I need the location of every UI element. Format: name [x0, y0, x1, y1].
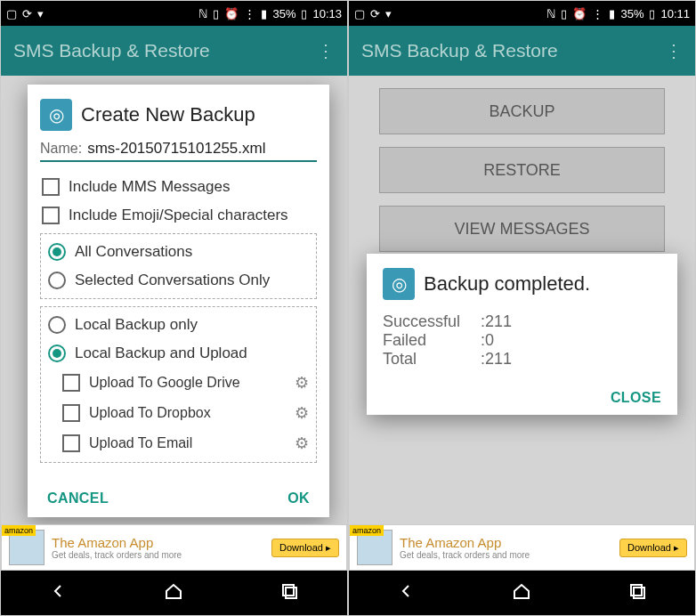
app-title: SMS Backup & Restore	[13, 40, 210, 61]
opt-upload-gdrive[interactable]: Upload To Google Drive⚙	[46, 368, 311, 398]
alarm-icon: ⏰	[572, 7, 587, 20]
ok-button[interactable]: OK	[287, 490, 310, 507]
stat-failed: Failed: 0	[383, 331, 661, 350]
radio-icon	[48, 316, 66, 334]
gear-icon[interactable]: ⚙	[295, 403, 309, 423]
svg-rect-1	[286, 588, 296, 598]
ad-title: The Amazon App	[400, 535, 530, 550]
svg-rect-3	[634, 588, 644, 598]
checkbox-icon	[62, 434, 80, 452]
alarm-icon: ⏰	[224, 7, 239, 20]
ad-badge: amazon	[350, 525, 384, 536]
recent-button[interactable]	[627, 580, 648, 605]
overflow-menu-icon[interactable]	[665, 48, 683, 53]
name-label: Name:	[40, 141, 82, 157]
ad-banner[interactable]: amazon The Amazon App Get deals, track o…	[349, 524, 695, 571]
shield-icon: ▾	[385, 7, 392, 20]
opt-all-conversations[interactable]: All Conversations	[46, 238, 311, 266]
nfc-icon: ℕ	[546, 7, 555, 20]
app-bar: SMS Backup & Restore	[349, 26, 695, 76]
opt-local-only[interactable]: Local Backup only	[46, 311, 311, 339]
checkbox-icon	[42, 207, 60, 224]
app-title: SMS Backup & Restore	[361, 40, 558, 61]
checkbox-icon	[42, 178, 60, 196]
overflow-menu-icon[interactable]	[317, 48, 335, 53]
name-value: sms-20150715101255.xml	[87, 140, 317, 158]
cancel-button[interactable]: CANCEL	[47, 490, 109, 507]
status-bar: ▢ ⟳ ▾ ℕ ▯ ⏰ ⋮ ▮ 35% ▯ 10:13	[1, 1, 347, 26]
checkbox-icon	[62, 404, 80, 422]
opt-local-and-upload[interactable]: Local Backup and Upload	[46, 339, 311, 368]
notif-icon: ▢	[6, 7, 17, 20]
radio-icon	[48, 272, 66, 289]
opt-selected-conversations[interactable]: Selected Conversations Only	[46, 266, 311, 295]
opt-include-mms[interactable]: Include MMS Messages	[40, 173, 317, 201]
signal-icon: ▮	[609, 7, 615, 20]
sync-icon: ⟳	[22, 7, 32, 20]
app-bar: SMS Backup & Restore	[1, 26, 347, 76]
ad-download-button[interactable]: Download ▸	[271, 539, 339, 557]
view-messages-button[interactable]: VIEW MESSAGES	[379, 206, 665, 252]
home-button[interactable]	[163, 580, 184, 605]
battery-icon: ▯	[301, 7, 307, 20]
destination-group: Local Backup only Local Backup and Uploa…	[40, 306, 317, 463]
stat-total: Total: 211	[383, 350, 661, 369]
recent-button[interactable]	[279, 580, 300, 605]
backup-stats: Successful: 211 Failed: 0 Total: 211	[383, 312, 661, 369]
dialog-title: Create New Backup	[81, 103, 255, 126]
opt-upload-email[interactable]: Upload To Email⚙	[46, 428, 311, 458]
nav-bar	[349, 571, 695, 615]
opt-upload-dropbox[interactable]: Upload To Dropbox⚙	[46, 398, 311, 428]
stat-successful: Successful: 211	[383, 312, 661, 331]
battery-pct: 35%	[620, 7, 643, 20]
conversation-group: All Conversations Selected Conversations…	[40, 233, 317, 299]
screen-backdrop: BACKUP RESTORE VIEW MESSAGES DELETE MESS…	[349, 76, 695, 571]
radio-icon	[48, 344, 66, 362]
restore-button[interactable]: RESTORE	[379, 147, 665, 193]
wifi-icon: ⋮	[244, 7, 255, 20]
close-button[interactable]: CLOSE	[611, 390, 661, 405]
nav-bar	[1, 571, 347, 615]
nfc-icon: ℕ	[198, 7, 207, 20]
ad-subtitle: Get deals, track orders and more	[400, 550, 530, 560]
vib-icon: ▯	[213, 7, 219, 20]
backup-complete-dialog: ◎ Backup completed. Successful: 211 Fail…	[367, 254, 677, 415]
back-button[interactable]	[396, 580, 417, 605]
sync-icon: ⟳	[370, 7, 380, 20]
name-field[interactable]: Name: sms-20150715101255.xml	[40, 140, 317, 162]
gear-icon[interactable]: ⚙	[295, 373, 309, 393]
wifi-icon: ⋮	[592, 7, 603, 20]
opt-include-emoji[interactable]: Include Emoji/Special characters	[40, 201, 317, 230]
notif-icon: ▢	[354, 7, 365, 20]
gear-icon[interactable]: ⚙	[295, 434, 309, 453]
home-button[interactable]	[511, 580, 532, 605]
backup-button[interactable]: BACKUP	[379, 88, 665, 134]
ad-download-button[interactable]: Download ▸	[619, 539, 687, 557]
vib-icon: ▯	[561, 7, 567, 20]
back-button[interactable]	[48, 580, 69, 605]
svg-rect-2	[631, 585, 642, 596]
shield-icon: ▾	[37, 7, 44, 20]
clock: 10:11	[660, 7, 690, 20]
dialog-title: Backup completed.	[424, 272, 590, 296]
battery-icon: ▯	[649, 7, 655, 20]
app-icon: ◎	[40, 99, 72, 131]
clock: 10:13	[312, 7, 342, 20]
screen-backdrop: ◎ Create New Backup Name: sms-2015071510…	[1, 76, 347, 571]
left-screenshot: ▢ ⟳ ▾ ℕ ▯ ⏰ ⋮ ▮ 35% ▯ 10:13 SMS Backup &…	[0, 0, 348, 616]
checkbox-icon	[62, 374, 80, 392]
right-screenshot: ▢ ⟳ ▾ ℕ ▯ ⏰ ⋮ ▮ 35% ▯ 10:11 SMS Backup &…	[348, 0, 696, 616]
ad-banner[interactable]: amazon The Amazon App Get deals, track o…	[1, 524, 347, 571]
radio-icon	[48, 243, 66, 261]
create-backup-dialog: ◎ Create New Backup Name: sms-2015071510…	[28, 85, 329, 517]
signal-icon: ▮	[261, 7, 267, 20]
ad-subtitle: Get deals, track orders and more	[52, 550, 182, 560]
svg-rect-0	[283, 585, 294, 596]
battery-pct: 35%	[272, 7, 295, 20]
ad-badge: amazon	[2, 525, 36, 536]
app-icon: ◎	[383, 268, 415, 300]
ad-title: The Amazon App	[52, 535, 182, 550]
status-bar: ▢ ⟳ ▾ ℕ ▯ ⏰ ⋮ ▮ 35% ▯ 10:11	[349, 1, 695, 26]
